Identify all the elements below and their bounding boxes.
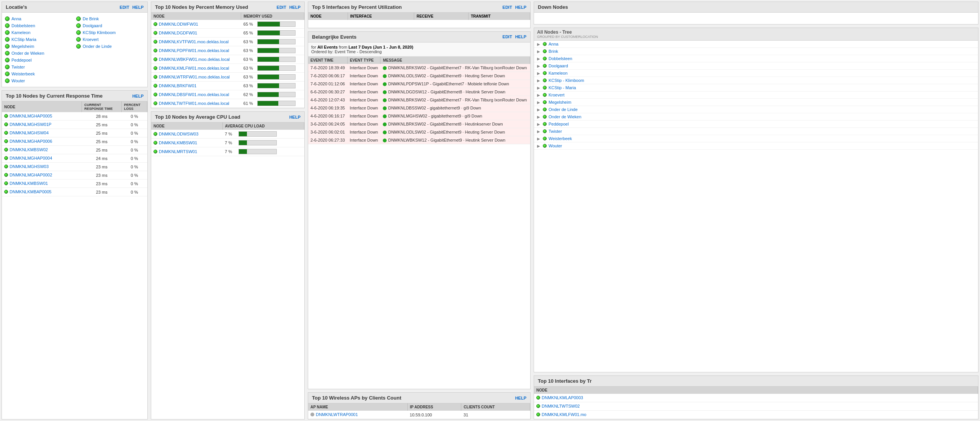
node-link[interactable]: DNMKNLKVTFW01.moo.deklas.local <box>151 38 241 46</box>
list-item[interactable]: Wouter <box>5 78 73 84</box>
list-item[interactable]: Twister <box>5 64 73 70</box>
node-link[interactable]: DNMKNLKMBSW02 <box>2 146 82 154</box>
event-message: DNMKNLWBKSW12 - GigabitEthernet9 · Heuti… <box>381 136 530 144</box>
node-link[interactable]: DNMKNLKMLFW01.mo <box>534 411 978 419</box>
memory-bar-track <box>257 101 296 106</box>
node-link[interactable]: DNMKNLMGHSW03 <box>2 163 82 171</box>
table-row: DNMKNLKMLFW01.mo <box>534 411 978 419</box>
response-time-help[interactable]: HELP <box>132 94 144 98</box>
list-item[interactable]: Onder de Wieken <box>5 50 73 56</box>
table-row: DNMKNLTWTFW01.moo.deklas.local 61 % <box>151 99 304 108</box>
tree-item[interactable]: ▶ Doolgaard <box>534 62 978 70</box>
interfaces-help[interactable]: HELP <box>515 5 526 10</box>
tree-item-label: Kroevert <box>549 93 565 97</box>
list-item[interactable]: Kroevert <box>76 36 144 42</box>
list-item[interactable]: Kameleon <box>5 29 73 36</box>
node-link[interactable]: DNMKNLMGHAP0002 <box>2 171 82 179</box>
table-row: DNMKNLMGHSW03 23 ms 0 % <box>2 163 147 171</box>
cpu-help[interactable]: HELP <box>289 115 301 119</box>
memory-help[interactable]: HELP <box>289 5 301 10</box>
tree-item[interactable]: ▶ Weisterbeek <box>534 135 978 142</box>
tree-item[interactable]: ▶ Kroevert <box>534 91 978 99</box>
locaties-edit[interactable]: EDIT <box>120 5 129 10</box>
list-item[interactable]: Dobbelsteen <box>5 23 73 29</box>
list-item[interactable]: De Brink <box>76 16 144 22</box>
status-dot <box>154 40 157 44</box>
wireless-help[interactable]: HELP <box>515 396 526 400</box>
tree-item-label: KCStip - Maria <box>549 85 576 90</box>
list-item[interactable]: KCStip Maria <box>5 36 73 42</box>
node-link[interactable]: DNMKNLODWSW03 <box>151 130 222 139</box>
tree-item[interactable]: ▶ Onder de Linde <box>534 106 978 113</box>
node-link[interactable]: DNMKNLKMLAP0003 <box>534 394 978 402</box>
memory-edit[interactable]: EDIT <box>277 5 286 10</box>
list-item[interactable]: Weisterbeek <box>5 71 73 77</box>
event-time: 3-6-2020 06:24:05 <box>308 120 347 128</box>
list-item[interactable]: Anna <box>5 16 73 22</box>
node-link[interactable]: DNMKNLMGHAP0006 <box>2 137 82 146</box>
node-link[interactable]: DNMKNLKMBSW01 <box>2 179 82 188</box>
node-link[interactable]: DNMKNLKMBSW01 <box>151 139 222 147</box>
status-dot <box>543 122 547 126</box>
tree-item[interactable]: ▶ Peddepoel <box>534 121 978 128</box>
table-row: DNMKNLBRKFW01 63 % <box>151 82 304 90</box>
tree-item[interactable]: ▶ KCStip - Klimboom <box>534 77 978 84</box>
ap-ip: 10.59.0.100 <box>407 411 461 419</box>
loss-value: 0 % <box>122 163 147 171</box>
tree-item[interactable]: ▶ Kameleon <box>534 70 978 77</box>
status-dot <box>4 173 8 177</box>
down-nodes-panel: Down Nodes <box>534 2 978 24</box>
status-dot <box>536 404 540 408</box>
table-row: DNMKNLKMBAP0005 23 ms 0 % <box>2 188 147 196</box>
tree-item[interactable]: ▶ Megelsheim <box>534 99 978 106</box>
list-item[interactable]: KCStip Klimboom <box>76 29 144 36</box>
locaties-help[interactable]: HELP <box>132 5 144 10</box>
node-link[interactable]: DNMKNLDGDFW01 <box>151 29 241 38</box>
status-dot <box>154 132 157 136</box>
wireless-actions: HELP <box>515 396 526 400</box>
node-link[interactable]: DNMKNLODWFW01 <box>151 20 241 29</box>
tree-item[interactable]: ▶ Anna <box>534 41 978 48</box>
memory-pct: 63 % <box>243 57 255 62</box>
tree-item[interactable]: ▶ Twister <box>534 128 978 135</box>
node-link[interactable]: DNMKNLWBKFW01.moo.deklas.local <box>151 55 241 64</box>
list-item[interactable]: Megelsheim <box>5 43 73 49</box>
tree-item[interactable]: ▶ KCStip - Maria <box>534 84 978 91</box>
memory-bar-fill <box>258 39 279 44</box>
list-item[interactable]: Doolgaard <box>76 23 144 29</box>
ap-col-count: CLIENTS COUNT <box>461 403 530 411</box>
node-link[interactable]: DNMKNLKMLFW01.moo.deklas.local <box>151 64 241 73</box>
node-link[interactable]: DNMKNLTWTSW02 <box>534 402 978 411</box>
table-row: 3-6-2020 06:24:05 Interface Down DNMKNLB… <box>308 120 530 128</box>
event-time: 4-6-2020 06:16:17 <box>308 112 347 120</box>
node-link[interactable]: DNMKNLBRKFW01 <box>151 82 241 90</box>
chevron-right-icon: ▶ <box>537 129 541 134</box>
status-dot <box>4 190 8 194</box>
events-help[interactable]: HELP <box>515 34 526 39</box>
tree-item[interactable]: ▶ Dobbelsteen <box>534 55 978 62</box>
node-link[interactable]: DNMKNLWTRFW01.moo.deklas.local <box>151 73 241 82</box>
list-item[interactable]: Onder de Linde <box>76 43 144 49</box>
ap-col-name: AP NAME <box>308 403 407 411</box>
memory-bar-cell: 63 % <box>241 46 304 55</box>
node-link[interactable]: DNMKNLTWTFW01.moo.deklas.local <box>151 99 241 108</box>
node-link[interactable]: DNMKNLMGHAP0004 <box>2 154 82 163</box>
tree-item-label: Wouter <box>549 144 562 148</box>
response-time-table: NODE CURRENTRESPONSE TIME PERCENTLOSS DN… <box>2 101 147 196</box>
list-item[interactable]: Peddepoel <box>5 57 73 63</box>
node-link[interactable]: DNMKNLMRTSW01 <box>151 147 222 156</box>
node-link[interactable]: DNMKNLDBSFW01.moo.deklas.local <box>151 90 241 99</box>
tree-item[interactable]: ▶ Onder de Wieken <box>534 113 978 121</box>
tree-item[interactable]: ▶ Brink <box>534 48 978 55</box>
ap-name[interactable]: DNMKNLWTRAP0001 <box>308 411 407 419</box>
node-link[interactable]: DNMKNLMGHAP0005 <box>2 112 82 121</box>
interfaces-edit[interactable]: EDIT <box>503 5 512 10</box>
event-type: Interface Down <box>347 104 380 112</box>
tree-item[interactable]: ▶ Wouter <box>534 142 978 150</box>
node-link[interactable]: DNMKNLPDPFW01.moo.deklas.local <box>151 46 241 55</box>
events-edit[interactable]: EDIT <box>503 34 512 39</box>
node-link[interactable]: DNMKNLKMBAP0005 <box>2 188 82 196</box>
node-link[interactable]: DNMKNLMGHSW04 <box>2 129 82 137</box>
node-link[interactable]: DNMKNLMGHSW01P <box>2 121 82 129</box>
cpu-actions: HELP <box>289 115 301 119</box>
